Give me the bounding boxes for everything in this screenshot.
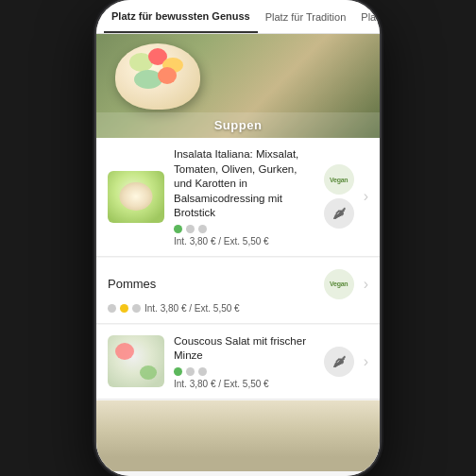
dot-c1: [174, 367, 182, 376]
tab-tradition[interactable]: Platz für Tradition: [258, 0, 354, 33]
dot-p3: [132, 304, 141, 313]
item-info-insalata: Insalata Italiana: Mixsalat, Tomaten, Ol…: [174, 147, 318, 246]
item-price-insalata: Int. 3,80 € / Ext. 5,50 €: [174, 236, 318, 246]
tab-platz[interactable]: Platz für: [353, 0, 380, 33]
item-badges-couscous: 🌶: [324, 347, 354, 377]
tab-bar: Platz für bewussten Genuss Platz für Tra…: [96, 0, 380, 34]
item-thumbnail-couscous: [108, 335, 164, 387]
pepper-badge: 🌶: [324, 198, 354, 229]
screen: Platz für bewussten Genuss Platz für Tra…: [96, 0, 380, 476]
item-price-pommes: Int. 3,80 € / Ext. 5,50 €: [144, 303, 368, 314]
item-info-couscous: Couscous Salat mit frischer Minze Int. 3…: [174, 334, 318, 389]
item-badges-pommes: Vegan: [324, 269, 354, 299]
dot-3: [198, 225, 207, 233]
item-name-pommes: Pommes: [108, 277, 318, 291]
item-badges-insalata: Vegan 🌶: [324, 164, 354, 229]
couscous-image: [108, 335, 164, 387]
dot-2: [186, 225, 195, 233]
item-price-couscous: Int. 3,80 € / Ext. 5,50 €: [174, 379, 318, 389]
menu-item-insalata[interactable]: Insalata Italiana: Mixsalat, Tomaten, Ol…: [96, 138, 380, 257]
bottom-hero-image: [96, 400, 380, 471]
item-thumbnail-insalata: [108, 171, 164, 223]
pepper-badge-couscous: 🌶: [324, 347, 354, 377]
pommes-footer: Int. 3,80 € / Ext. 5,50 €: [96, 303, 380, 323]
chevron-pommes: ›: [364, 276, 368, 293]
menu-item-couscous[interactable]: Couscous Salat mit frischer Minze Int. 3…: [96, 325, 380, 400]
tab-genuss[interactable]: Platz für bewussten Genuss: [104, 0, 258, 33]
hero-section: Suppen: [96, 34, 380, 138]
dot-p1: [108, 304, 116, 313]
bottom-food-visual: [96, 400, 380, 471]
dots-row-couscous: [174, 367, 318, 376]
phone-frame: Platz für bewussten Genuss Platz für Tra…: [96, 0, 380, 476]
dot-p2: [120, 304, 128, 313]
menu-item-pommes[interactable]: Pommes Vegan › Int. 3,80 € / Ext. 5,50 €: [96, 258, 380, 324]
salad-image: [108, 171, 164, 223]
dot-c3: [198, 367, 207, 376]
chevron-couscous: ›: [364, 353, 368, 370]
hero-food-image: [115, 43, 210, 119]
vegan-badge-pommes: Vegan: [324, 269, 354, 299]
content-list: Insalata Italiana: Mixsalat, Tomaten, Ol…: [96, 138, 380, 476]
food-bowl: [115, 43, 200, 110]
dots-row-insalata: [174, 225, 318, 233]
dot-c2: [186, 367, 195, 376]
pommes-main-row: Pommes Vegan ›: [96, 258, 380, 303]
dot-1: [174, 225, 182, 233]
item-name-insalata: Insalata Italiana: Mixsalat, Tomaten, Ol…: [174, 147, 318, 221]
vegan-badge: Vegan: [324, 164, 354, 195]
item-name-couscous: Couscous Salat mit frischer Minze: [174, 334, 318, 364]
chevron-insalata: ›: [364, 188, 368, 205]
hero-label: Suppen: [96, 112, 380, 138]
